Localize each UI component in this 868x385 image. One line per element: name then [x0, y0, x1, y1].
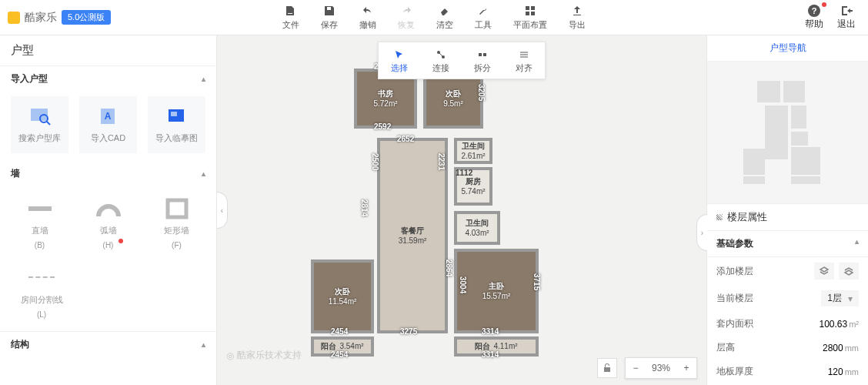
current-floor-row: 当前楼层 1层▾ — [707, 285, 868, 312]
connect-icon — [434, 49, 448, 61]
sidebar-title: 户型 — [0, 35, 216, 66]
basic-params-header[interactable]: 基础参数 ▴ — [707, 231, 868, 257]
tools-button[interactable]: 工具 — [464, 1, 502, 34]
layout-button[interactable]: 平面布置 — [502, 1, 558, 34]
dim-label: 2231 — [437, 153, 446, 170]
svg-rect-2 — [526, 6, 529, 10]
file-button[interactable]: 文件 — [272, 1, 310, 34]
wall-section-header[interactable]: 墙 ▴ — [0, 161, 216, 186]
redo-button[interactable]: 恢复 — [387, 1, 426, 34]
undo-icon — [361, 4, 375, 18]
notification-dot — [822, 2, 826, 7]
exit-button[interactable]: 退出 — [837, 4, 856, 31]
split-mode-button[interactable]: 拆分 — [462, 42, 503, 79]
floor-select[interactable]: 1层▾ — [821, 290, 859, 306]
floor-height-input[interactable] — [802, 343, 843, 353]
import-section-header[interactable]: 导入户型 ▴ — [0, 66, 216, 92]
chevron-up-icon: ▴ — [202, 75, 205, 83]
save-icon — [322, 4, 336, 18]
help-icon: ? — [807, 4, 821, 18]
save-button[interactable]: 保存 — [310, 1, 349, 34]
svg-rect-16 — [168, 200, 186, 217]
top-icon-group: 文件 保存 撤销 恢复 清空 工具 平面布置 导出 — [272, 1, 596, 34]
dim-label: 2592 — [374, 122, 391, 131]
canvas-area[interactable]: ‹ 选择 连接 拆分 对齐 书房5.72m² 次卧9.5m² 卫生间2.61m² — [217, 35, 706, 385]
align-mode-button[interactable]: 对齐 — [503, 42, 545, 79]
svg-rect-1 — [327, 7, 331, 10]
connect-mode-button[interactable]: 连接 — [420, 42, 462, 79]
zoom-value: 93% — [646, 363, 676, 373]
straight-wall-tool[interactable]: 直墙 (B) — [11, 191, 68, 256]
search-plan-tile[interactable]: 搜索户型库 — [11, 96, 68, 153]
nav-preview[interactable] — [707, 62, 868, 204]
add-floor-down-button[interactable] — [839, 263, 859, 280]
floor-height-row: 层高 mm — [707, 336, 868, 360]
floor-thick-input[interactable] — [802, 367, 843, 377]
layers-up-icon — [819, 266, 830, 276]
align-icon — [517, 49, 531, 61]
svg-text:?: ? — [812, 6, 817, 15]
zoom-in-button[interactable]: + — [676, 358, 696, 378]
floorplan[interactable]: 书房5.72m² 次卧9.5m² 卫生间2.61m² 厨房5.74m² 卫生间4… — [323, 45, 600, 361]
struct-tool-1[interactable] — [11, 362, 72, 385]
logo-small-icon: ◎ — [226, 350, 234, 361]
top-right-group: ? 帮助 退出 — [805, 4, 868, 31]
clear-button[interactable]: 清空 — [426, 1, 464, 34]
help-button[interactable]: ? 帮助 — [805, 4, 823, 31]
arc-wall-tool[interactable]: 弧墙 (H) — [79, 191, 137, 256]
dim-label: 2864 — [445, 259, 453, 276]
collapse-right-handle[interactable]: › — [696, 214, 707, 251]
version-badge: 5.0公测版 — [62, 10, 111, 25]
chevron-up-icon: ▴ — [855, 237, 859, 250]
floor-thick-row: 地板厚度 mm — [707, 360, 868, 383]
room-bed2b[interactable]: 次卧11.54m² — [311, 259, 374, 333]
svg-line-10 — [47, 122, 50, 125]
cad-icon: A — [97, 106, 120, 126]
divider-line-tool[interactable]: 房间分割线 (L) — [11, 260, 72, 325]
lock-button[interactable] — [597, 358, 617, 378]
brand: 酷家乐 5.0公测版 — [0, 10, 119, 25]
svg-text:A: A — [104, 111, 111, 122]
redo-icon — [399, 4, 413, 18]
split-icon — [476, 49, 489, 61]
eraser-icon — [438, 4, 452, 18]
svg-line-20 — [439, 53, 442, 56]
rect-wall-tool[interactable]: 矩形墙 (F) — [148, 191, 205, 256]
straight-wall-icon — [27, 197, 53, 220]
search-plan-icon — [28, 106, 52, 126]
svg-rect-14 — [171, 112, 177, 116]
struct-tools-row — [0, 357, 216, 385]
export-button[interactable]: 导出 — [558, 1, 596, 34]
zoom-out-button[interactable]: − — [626, 358, 646, 378]
inner-area-input[interactable] — [806, 319, 847, 330]
svg-rect-22 — [483, 53, 486, 56]
svg-rect-21 — [479, 53, 482, 56]
undo-button[interactable]: 撤销 — [349, 1, 387, 34]
struct-section-header[interactable]: 结构 ▴ — [0, 331, 216, 357]
select-mode-button[interactable]: 选择 — [379, 42, 420, 79]
brand-name: 酷家乐 — [25, 11, 57, 25]
arc-wall-icon — [95, 197, 122, 220]
import-draft-tile[interactable]: 导入临摹图 — [148, 96, 205, 153]
dim-label: 3004 — [459, 276, 467, 293]
brand-logo-icon — [8, 12, 20, 24]
dim-label: 3205 — [477, 84, 486, 101]
grid-icon — [523, 4, 537, 18]
room-bath2[interactable]: 卫生间4.03m² — [454, 211, 500, 245]
room-bath1[interactable]: 卫生间2.61m² — [454, 138, 492, 164]
wrench-icon — [476, 4, 490, 18]
dim-label: 2454 — [331, 327, 348, 336]
add-floor-up-button[interactable] — [814, 263, 834, 280]
file-icon — [284, 4, 298, 18]
zoom-control: − 93% + — [625, 357, 697, 379]
svg-rect-5 — [531, 12, 535, 15]
import-cad-tile[interactable]: A 导入CAD — [79, 96, 137, 153]
collapse-left-handle[interactable]: ‹ — [217, 192, 228, 229]
unlock-icon — [602, 363, 613, 373]
dim-label: 3314 — [482, 327, 499, 336]
chevron-up-icon: ▴ — [202, 169, 205, 178]
dim-label: 2454 — [331, 350, 348, 359]
svg-rect-3 — [531, 6, 535, 10]
floor-props-header[interactable]: 楼层属性 — [707, 204, 868, 231]
dim-label: 1112 — [456, 169, 472, 177]
